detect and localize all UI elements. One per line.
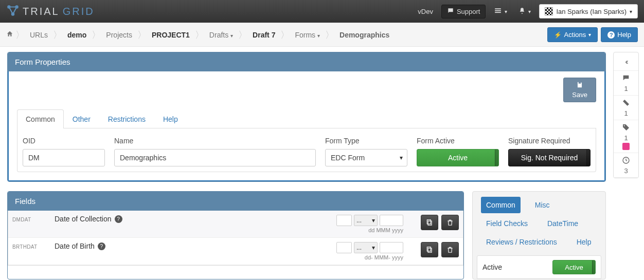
brand-text-right: GRID	[63, 6, 95, 17]
form-properties-body: Save Common Other Restrictions Help OID …	[8, 71, 605, 181]
date-month-select[interactable]: ...▾	[354, 242, 378, 253]
delete-button[interactable]	[441, 215, 459, 230]
field-date-input: ...▾ dd- MMM- yyyy	[331, 242, 403, 260]
tab-restrictions[interactable]: Restrictions	[99, 109, 154, 128]
actions-button[interactable]: Actions ▾	[547, 27, 598, 42]
clock-icon	[622, 156, 630, 166]
breadcrumb-sep: 〉	[325, 29, 334, 41]
tab-common[interactable]: Common	[17, 109, 64, 128]
date-day-input[interactable]	[336, 215, 352, 226]
caret-down-icon: ▾	[372, 217, 375, 224]
bell-icon	[518, 7, 526, 16]
field-active-toggle[interactable]: Active	[552, 260, 596, 274]
rail-comments-count: 1	[624, 85, 628, 92]
fr-tab-datetime[interactable]: DateTime	[542, 215, 583, 232]
name-col: Name	[114, 137, 316, 166]
fr-tab-reviews[interactable]: Reviews / Restrictions	[481, 234, 562, 250]
fr-tab-misc[interactable]: Misc	[530, 197, 555, 213]
formtype-select[interactable]: EDC Form	[325, 149, 407, 166]
chevron-left-icon: ‹‹	[625, 58, 627, 66]
field-active-label: Active	[482, 263, 502, 271]
help-icon[interactable]: ?	[115, 215, 122, 223]
caret-down-icon: ▾	[317, 33, 320, 39]
formtype-label: Form Type	[325, 137, 407, 145]
user-menu[interactable]: Ian Sparks (Ian Sparks) ▾	[539, 4, 638, 18]
oid-label: OID	[23, 137, 105, 145]
copy-button[interactable]	[421, 242, 438, 257]
bc-demo[interactable]: demo	[64, 31, 90, 39]
vdev-link[interactable]: vDev	[415, 6, 436, 17]
form-grid: OID Name Form Type EDC Form Form Active	[17, 128, 596, 172]
rail-collapse[interactable]: ‹‹	[614, 52, 638, 71]
ticket-icon	[622, 99, 630, 108]
field-actions	[407, 242, 459, 257]
date-year-input[interactable]	[380, 215, 403, 226]
chat-icon	[447, 7, 454, 16]
tab-help[interactable]: Help	[154, 109, 187, 128]
formactive-col: Form Active Active	[417, 137, 499, 166]
tab-other[interactable]: Other	[64, 109, 99, 128]
right-rail: ‹‹ 1 1 1 3	[613, 52, 639, 178]
caret-down-icon: ▾	[230, 33, 233, 39]
support-label: Support	[457, 8, 480, 15]
fr-tab-help[interactable]: Help	[571, 234, 597, 250]
help-icon	[607, 31, 615, 39]
help-icon[interactable]: ?	[98, 242, 105, 250]
bc-project1[interactable]: PROJECT1	[149, 31, 193, 39]
oid-input[interactable]	[23, 149, 105, 166]
bc-current: Demographics	[336, 31, 392, 39]
form-tabs: Common Other Restrictions Help	[17, 109, 596, 128]
fr-tab-common[interactable]: Common	[481, 197, 521, 213]
navbar-right: vDev Support ▾ ▾ Ian Sparks (Ian Sparks)…	[415, 4, 638, 18]
bc-forms[interactable]: Forms ▾	[292, 31, 323, 39]
name-input[interactable]	[114, 149, 316, 166]
bc-urls[interactable]: URLs	[27, 31, 51, 39]
actions-label: Actions	[564, 31, 586, 39]
notifications-button[interactable]: ▾	[515, 5, 534, 18]
rail-tags[interactable]: 1	[614, 120, 638, 153]
toggle-handle	[586, 150, 590, 166]
date-month-select[interactable]: ...▾	[354, 215, 378, 226]
support-button[interactable]: Support	[441, 5, 486, 18]
signature-toggle[interactable]: Sig. Not Required	[508, 149, 591, 166]
rail-history[interactable]: 3	[614, 153, 638, 178]
copy-button[interactable]	[421, 215, 438, 230]
brand-logo[interactable]: TRIALGRID	[6, 4, 95, 20]
date-year-input[interactable]	[380, 242, 403, 253]
rail-tags-count: 1	[624, 134, 628, 142]
bc-draft7[interactable]: Draft 7	[249, 31, 278, 39]
field-code: BRTHDAT	[12, 242, 50, 250]
date-format: dd MMM yyyy	[368, 227, 403, 233]
bc-projects[interactable]: Projects	[103, 31, 135, 39]
bc-drafts[interactable]: Drafts ▾	[206, 31, 236, 39]
sig-label: Signature Required	[508, 137, 591, 145]
delete-button[interactable]	[441, 242, 459, 257]
rail-tickets[interactable]: 1	[614, 96, 638, 120]
caret-down-icon: ▾	[528, 9, 531, 14]
help-button[interactable]: Help	[601, 27, 638, 42]
field-props-panel: Common Misc Field Checks DateTime Review…	[472, 191, 606, 279]
caret-down-icon: ▾	[630, 9, 632, 14]
form-properties-title: Form Properties	[8, 52, 605, 71]
breadcrumb-sep: 〉	[195, 29, 204, 41]
menu-dropdown[interactable]: ▾	[491, 5, 510, 18]
bolt-icon	[554, 31, 562, 39]
rail-comments[interactable]: 1	[614, 71, 638, 96]
comments-icon	[622, 74, 630, 84]
home-icon[interactable]	[6, 30, 13, 39]
save-button[interactable]: Save	[563, 78, 596, 102]
field-label: Date of Collection ?	[55, 215, 327, 223]
formactive-toggle[interactable]: Active	[417, 149, 499, 166]
field-row[interactable]: BRTHDAT Date of Birth ? ...▾ dd- MMM- y	[8, 238, 463, 265]
field-row[interactable]: DMDAT Date of Collection ? ...▾ dd MMM	[8, 211, 463, 238]
name-label: Name	[114, 137, 316, 145]
svg-rect-6	[428, 221, 432, 225]
date-format: dd- MMM- yyyy	[365, 254, 403, 260]
main-column: Form Properties Save Common Other Restri…	[0, 47, 613, 279]
tag-color-badge	[622, 143, 630, 150]
formactive-label: Form Active	[417, 137, 499, 145]
fr-tab-fieldchecks[interactable]: Field Checks	[481, 215, 533, 232]
date-day-input[interactable]	[336, 242, 352, 253]
breadcrumb-sep: 〉	[15, 29, 25, 41]
breadcrumb-sep: 〉	[238, 29, 247, 41]
